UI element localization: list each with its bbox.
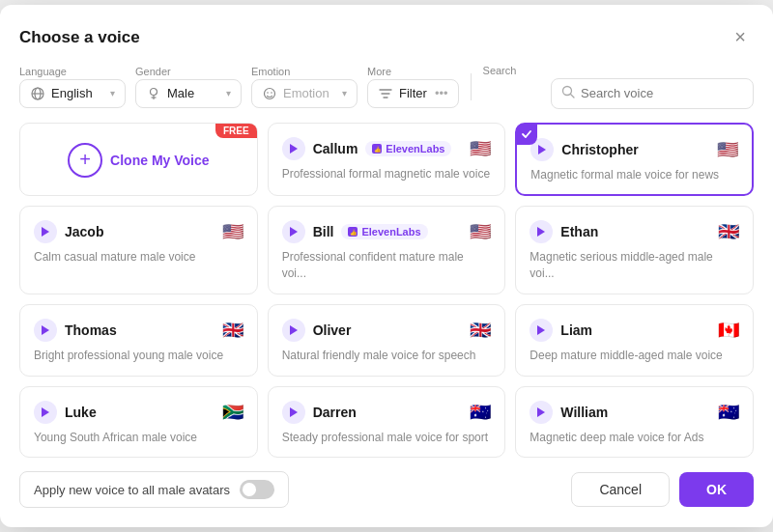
flag-icon-liam: 🇨🇦 bbox=[718, 320, 739, 341]
voice-card-liam[interactable]: Liam🇨🇦Deep mature middle-aged male voice bbox=[515, 304, 754, 377]
clone-plus-icon: + bbox=[68, 143, 102, 178]
play-button-oliver[interactable] bbox=[282, 319, 305, 342]
modal-title: Choose a voice bbox=[19, 28, 140, 47]
flag-icon-bill: 🇺🇸 bbox=[470, 221, 491, 242]
voice-desc-jacob: Calm casual mature male voice bbox=[34, 249, 243, 266]
voice-card-darren[interactable]: Darren🇦🇺Steady professional male voice f… bbox=[268, 386, 506, 459]
voice-card-clone[interactable]: FREE+Clone My Voice bbox=[19, 123, 258, 197]
language-chevron-icon: ▾ bbox=[110, 88, 115, 98]
voice-card-oliver[interactable]: Oliver🇬🇧Natural friendly male voice for … bbox=[268, 304, 506, 377]
toggle-row: Apply new voice to all male avatars bbox=[19, 471, 289, 508]
ok-button[interactable]: OK bbox=[679, 472, 754, 507]
voice-header-darren: Darren🇦🇺 bbox=[282, 401, 492, 424]
voice-name-william: William bbox=[560, 405, 608, 420]
close-button[interactable]: × bbox=[727, 24, 754, 51]
voice-desc-thomas: Bright professional young male voice bbox=[34, 348, 243, 364]
voice-desc-luke: Young South African male voice bbox=[34, 430, 243, 446]
voice-header-liam: Liam🇨🇦 bbox=[530, 319, 739, 342]
voice-desc-liam: Deep mature middle-aged male voice bbox=[530, 348, 739, 364]
svg-marker-16 bbox=[290, 227, 298, 237]
voice-name-jacob: Jacob bbox=[65, 224, 103, 239]
voice-header-bill: Bill👍ElevenLabs🇺🇸 bbox=[282, 220, 492, 243]
flag-icon-william: 🇦🇺 bbox=[718, 402, 739, 423]
play-button-luke[interactable] bbox=[34, 401, 57, 424]
svg-marker-24 bbox=[290, 407, 298, 417]
voice-name-liam: Liam bbox=[560, 322, 592, 338]
flag-icon-christopher: 🇺🇸 bbox=[717, 139, 738, 160]
svg-marker-20 bbox=[42, 325, 49, 335]
cancel-button[interactable]: Cancel bbox=[571, 472, 670, 507]
language-value: English bbox=[51, 86, 93, 100]
elevenlabs-badge-callum: 👍ElevenLabs bbox=[365, 141, 451, 156]
search-icon bbox=[561, 85, 575, 102]
gender-value: Male bbox=[167, 86, 194, 100]
gender-filter-group: Gender Male ▾ bbox=[135, 66, 242, 108]
voice-card-thomas[interactable]: Thomas🇬🇧Bright professional young male v… bbox=[19, 304, 258, 377]
search-box bbox=[551, 78, 754, 109]
more-filter[interactable]: Filter ••• bbox=[367, 79, 459, 108]
play-button-darren[interactable] bbox=[282, 401, 305, 424]
play-button-ethan[interactable] bbox=[530, 220, 553, 243]
language-select[interactable]: English ▾ bbox=[19, 79, 126, 108]
voice-desc-oliver: Natural friendly male voice for speech bbox=[282, 348, 492, 364]
voice-name-oliver: Oliver bbox=[313, 322, 352, 338]
svg-text:👍: 👍 bbox=[374, 146, 382, 154]
play-button-william[interactable] bbox=[530, 401, 553, 424]
play-button-bill[interactable] bbox=[282, 220, 305, 243]
svg-marker-14 bbox=[538, 145, 546, 154]
voice-card-william[interactable]: William🇦🇺Magnetic deep male voice for Ad… bbox=[515, 386, 754, 459]
voice-header-oliver: Oliver🇬🇧 bbox=[282, 319, 492, 342]
voice-name-thomas: Thomas bbox=[65, 322, 117, 338]
svg-marker-11 bbox=[290, 144, 298, 154]
free-badge: FREE bbox=[215, 124, 257, 138]
voice-card-jacob[interactable]: Jacob🇺🇸Calm casual mature male voice bbox=[19, 206, 258, 294]
filter-divider bbox=[471, 73, 472, 100]
voice-card-bill[interactable]: Bill👍ElevenLabs🇺🇸Professional confident … bbox=[268, 206, 506, 294]
voice-name-bill: Bill bbox=[313, 224, 334, 239]
footer: Apply new voice to all male avatars Canc… bbox=[19, 471, 754, 508]
voice-name-luke: Luke bbox=[65, 405, 97, 420]
search-input[interactable] bbox=[581, 86, 743, 100]
toggle-label: Apply new voice to all male avatars bbox=[34, 483, 230, 497]
voice-card-ethan[interactable]: Ethan🇬🇧Magnetic serious middle-aged male… bbox=[515, 206, 754, 294]
toggle-switch[interactable] bbox=[240, 480, 274, 499]
elevenlabs-badge-bill: 👍ElevenLabs bbox=[341, 224, 427, 239]
emotion-placeholder: Emotion bbox=[283, 86, 329, 100]
voice-card-callum[interactable]: Callum👍ElevenLabs🇺🇸Professional formal m… bbox=[268, 123, 506, 197]
svg-marker-15 bbox=[42, 227, 49, 237]
search-label: Search bbox=[483, 65, 754, 76]
play-button-jacob[interactable] bbox=[34, 220, 57, 243]
flag-icon-callum: 🇺🇸 bbox=[470, 138, 491, 159]
flag-icon-luke: 🇿🇦 bbox=[222, 402, 243, 423]
voice-name-darren: Darren bbox=[313, 405, 357, 420]
modal-header: Choose a voice × bbox=[19, 24, 754, 51]
voice-name-christopher: Christopher bbox=[561, 142, 638, 157]
play-button-liam[interactable] bbox=[530, 319, 553, 342]
flag-icon-jacob: 🇺🇸 bbox=[222, 221, 243, 242]
voice-header-ethan: Ethan🇬🇧 bbox=[530, 220, 739, 243]
voice-desc-callum: Professional formal magnetic male voice bbox=[282, 166, 492, 182]
play-button-thomas[interactable] bbox=[34, 319, 57, 342]
svg-marker-25 bbox=[537, 407, 545, 417]
play-button-callum[interactable] bbox=[282, 137, 305, 160]
gender-label: Gender bbox=[135, 66, 242, 77]
voice-desc-bill: Professional confident mature male voi..… bbox=[282, 249, 492, 282]
globe-icon bbox=[30, 86, 45, 101]
gender-chevron-icon: ▾ bbox=[226, 88, 231, 98]
emotion-chevron-icon: ▾ bbox=[342, 88, 347, 98]
selected-check-icon bbox=[516, 124, 537, 145]
svg-point-8 bbox=[271, 92, 272, 94]
voice-header-jacob: Jacob🇺🇸 bbox=[34, 220, 243, 243]
clone-label: Clone My Voice bbox=[110, 153, 209, 168]
svg-text:👍: 👍 bbox=[350, 229, 358, 237]
svg-marker-21 bbox=[290, 325, 298, 335]
svg-marker-22 bbox=[537, 325, 545, 335]
footer-buttons: Cancel OK bbox=[571, 472, 754, 507]
voice-card-christopher[interactable]: Christopher🇺🇸Magnetic formal male voice … bbox=[515, 123, 754, 197]
voice-desc-darren: Steady professional male voice for sport bbox=[282, 430, 492, 446]
voice-card-luke[interactable]: Luke🇿🇦Young South African male voice bbox=[19, 386, 258, 459]
emotion-label: Emotion bbox=[251, 66, 358, 77]
flag-icon-ethan: 🇬🇧 bbox=[718, 221, 739, 242]
emotion-select[interactable]: Emotion ▾ bbox=[251, 79, 358, 108]
gender-select[interactable]: Male ▾ bbox=[135, 79, 242, 108]
